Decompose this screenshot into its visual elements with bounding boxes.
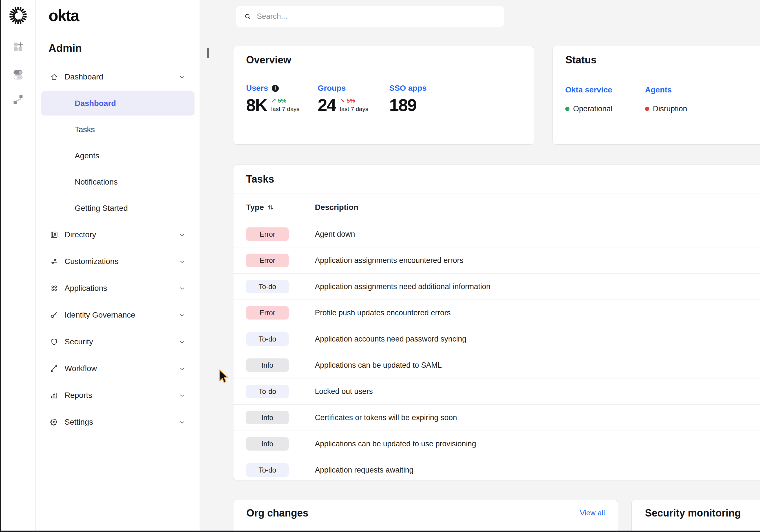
apps-add-icon[interactable] — [12, 41, 24, 52]
status-label-link[interactable]: Okta service — [565, 85, 645, 94]
sidebar-subitem-label: Dashboard — [75, 99, 116, 108]
sidebar-item-directory[interactable]: Directory — [35, 221, 200, 248]
status-dot-icon — [645, 107, 649, 111]
sidebar: okta Admin DashboardDashboardTasksAgents… — [35, 0, 200, 531]
task-row[interactable]: ErrorAgent down — [233, 221, 760, 247]
sidebar-subitem-agents[interactable]: Agents — [35, 143, 200, 169]
sidebar-item-label: Dashboard — [65, 72, 103, 81]
task-description: Agent down — [315, 230, 355, 239]
workflow-icon — [50, 364, 58, 373]
task-row[interactable]: To-doApplication requests awaiting — [233, 457, 760, 483]
metric-value: 24 — [318, 97, 336, 114]
sidebar-item-security[interactable]: Security — [35, 328, 200, 355]
key-icon — [50, 311, 58, 319]
metric-delta: ↗ 5% — [271, 97, 299, 104]
sidebar-subitem-label: Notifications — [75, 178, 118, 187]
sidebar-item-identity-governance[interactable]: Identity Governance — [35, 301, 200, 328]
security-monitoring-header: Security monitoring — [632, 500, 760, 526]
okta-admin-dashboard: okta Admin DashboardDashboardTasksAgents… — [0, 0, 760, 532]
task-row[interactable]: ErrorProfile push updates encountered er… — [233, 300, 760, 326]
task-description: Applications can be updated to SAML — [315, 361, 442, 370]
status-label-link[interactable]: Agents — [645, 85, 687, 94]
sort-icon[interactable] — [267, 203, 274, 211]
status-state: Disruption — [645, 105, 687, 113]
screenshot-bottom-edge — [0, 531, 760, 532]
sidebar-item-settings[interactable]: Settings — [35, 409, 200, 435]
status-dot-icon — [565, 107, 569, 111]
metric-label-link[interactable]: Usersi — [246, 84, 318, 93]
sidebar-item-label: Settings — [65, 418, 93, 426]
status-title: Status — [565, 54, 596, 66]
org-changes-card: Org changes View all — [233, 500, 618, 532]
view-all-link[interactable]: View all — [580, 509, 605, 517]
app-grid-icon — [50, 284, 58, 292]
tasks-header: Tasks — [233, 165, 760, 194]
task-description: Locked out users — [315, 387, 373, 396]
sidebar-resize-handle[interactable] — [207, 48, 209, 58]
column-header-type[interactable]: Type — [246, 203, 274, 212]
search-icon — [244, 13, 252, 21]
task-description: Application assignments encountered erro… — [315, 256, 463, 265]
status-header: Status — [553, 46, 760, 74]
metric-period: last 7 days — [271, 106, 299, 112]
sidebar-item-dashboard[interactable]: Dashboard — [35, 64, 200, 90]
tasks-table-header: Type Description — [233, 194, 760, 221]
status-agents: AgentsDisruption — [645, 85, 687, 113]
sidebar-item-customizations[interactable]: Customizations — [35, 248, 200, 275]
sidebar-subitem-tasks[interactable]: Tasks — [35, 116, 200, 143]
metric-label-link[interactable]: Groups — [318, 84, 389, 93]
toggles-icon[interactable] — [12, 68, 24, 80]
task-row[interactable]: To-doApplication accounts need password … — [233, 326, 760, 352]
status-card: Status Okta serviceOperationalAgentsDisr… — [552, 46, 760, 145]
task-type-badge: To-do — [246, 332, 289, 346]
sidebar-item-label: Directory — [65, 230, 96, 239]
sidebar-item-label: Applications — [65, 284, 107, 293]
metric-label-link[interactable]: SSO apps — [389, 84, 427, 93]
task-description: Applications can be updated to use provi… — [315, 440, 476, 448]
org-changes-header: Org changes View all — [233, 500, 618, 526]
metric-sso-apps: SSO apps189 — [389, 84, 427, 114]
task-type-badge: Info — [246, 358, 289, 372]
search-bar[interactable] — [236, 6, 504, 27]
chevron-down-icon — [178, 392, 185, 399]
sidebar-subitem-notifications[interactable]: Notifications — [35, 169, 200, 195]
search-input[interactable] — [256, 12, 504, 21]
chevron-down-icon — [178, 258, 185, 265]
overview-card: Overview Usersi8K↗ 5%last 7 daysGroups24… — [233, 46, 534, 145]
sidebar-subitem-dashboard[interactable]: Dashboard — [41, 91, 195, 115]
sidebar-item-reports[interactable]: Reports — [35, 382, 200, 409]
task-description: Profile push updates encountered errors — [315, 309, 451, 317]
sidebar-item-label: Workflow — [65, 364, 97, 373]
sidebar-subitem-label: Agents — [75, 151, 99, 160]
tasks-title: Tasks — [246, 173, 274, 185]
task-row[interactable]: ErrorApplication assignments encountered… — [233, 247, 760, 274]
org-changes-title: Org changes — [246, 507, 309, 519]
workflow-connector-icon[interactable] — [12, 94, 24, 105]
task-type-badge: To-do — [246, 280, 289, 293]
sidebar-item-label: Customizations — [65, 257, 119, 266]
sidebar-item-workflow[interactable]: Workflow — [35, 355, 200, 382]
okta-spinner-logo[interactable] — [9, 6, 27, 25]
sidebar-item-applications[interactable]: Applications — [35, 275, 200, 301]
screenshot-left-edge — [0, 0, 1, 532]
task-type-badge: Error — [246, 306, 289, 320]
task-row[interactable]: To-doLocked out users — [233, 378, 760, 405]
status-state: Operational — [565, 105, 645, 113]
chevron-down-icon — [178, 338, 185, 345]
sidebar-subitem-getting-started[interactable]: Getting Started — [35, 195, 200, 221]
info-icon[interactable]: i — [272, 85, 279, 92]
task-row[interactable]: InfoApplications can be updated to SAML — [233, 352, 760, 378]
sidebar-subitem-label: Getting Started — [75, 204, 128, 213]
task-type-badge: Error — [246, 254, 289, 267]
metric-value: 8K — [246, 97, 267, 114]
status-okta-service: Okta serviceOperational — [565, 85, 645, 113]
task-description: Application accounts need password synci… — [315, 335, 466, 343]
bar-chart-icon — [50, 391, 58, 400]
overview-title: Overview — [246, 54, 291, 66]
task-row[interactable]: InfoApplications can be updated to use p… — [233, 431, 760, 457]
sliders-icon — [50, 257, 58, 266]
chevron-down-icon — [178, 365, 185, 372]
admin-heading: Admin — [48, 42, 82, 54]
task-row[interactable]: To-doApplication assignments need additi… — [233, 274, 760, 300]
task-row[interactable]: InfoCertificates or tokens will be expir… — [233, 405, 760, 431]
